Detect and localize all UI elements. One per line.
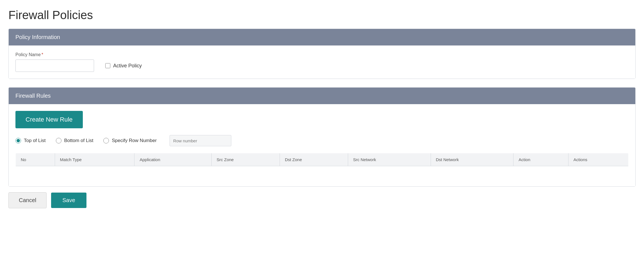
active-policy-label[interactable]: Active Policy	[105, 63, 142, 69]
table-header: No Match Type Application Src Zone Dst Z…	[16, 153, 629, 166]
page-title: Firewall Policies	[8, 8, 636, 22]
top-of-list-option[interactable]: Top of List	[15, 138, 46, 143]
col-src-network: Src Network	[348, 153, 431, 166]
cancel-button[interactable]: Cancel	[8, 192, 47, 208]
col-actions: Actions	[568, 153, 628, 166]
col-application: Application	[134, 153, 211, 166]
specify-row-radio[interactable]	[103, 138, 109, 143]
table-empty-row	[16, 166, 629, 180]
specify-row-label: Specify Row Number	[112, 138, 157, 143]
table-header-row: No Match Type Application Src Zone Dst Z…	[16, 153, 629, 166]
table-empty-cell	[16, 166, 629, 180]
col-dst-network: Dst Network	[431, 153, 513, 166]
active-policy-text: Active Policy	[113, 63, 142, 69]
firewall-rules-table: No Match Type Application Src Zone Dst Z…	[15, 153, 629, 180]
col-dst-zone: Dst Zone	[280, 153, 348, 166]
policy-name-label: Policy Name*	[15, 52, 629, 57]
create-new-rule-button[interactable]: Create New Rule	[15, 111, 83, 128]
save-button[interactable]: Save	[51, 193, 86, 208]
policy-information-card: Policy Information Policy Name* Active P…	[8, 29, 636, 79]
bottom-of-list-radio[interactable]	[56, 138, 61, 143]
col-action: Action	[513, 153, 568, 166]
policy-name-input[interactable]	[15, 60, 94, 72]
col-match-type: Match Type	[55, 153, 134, 166]
firewall-rules-card: Firewall Rules Create New Rule Top of Li…	[8, 87, 636, 187]
col-no: No	[16, 153, 55, 166]
bottom-actions: Cancel Save	[8, 192, 636, 208]
top-of-list-label: Top of List	[24, 138, 46, 143]
bottom-of-list-label: Bottom of List	[64, 138, 93, 143]
policy-name-row: Active Policy	[15, 60, 629, 72]
row-number-input[interactable]	[170, 135, 231, 146]
col-src-zone: Src Zone	[211, 153, 280, 166]
position-radio-group: Top of List Bottom of List Specify Row N…	[15, 135, 629, 146]
active-policy-checkbox[interactable]	[105, 63, 110, 68]
specify-row-option[interactable]: Specify Row Number	[103, 138, 157, 143]
required-star: *	[42, 52, 43, 57]
top-of-list-radio[interactable]	[15, 138, 21, 143]
bottom-of-list-option[interactable]: Bottom of List	[56, 138, 93, 143]
policy-information-header: Policy Information	[9, 29, 635, 45]
firewall-rules-header: Firewall Rules	[9, 88, 635, 104]
table-body	[16, 166, 629, 180]
